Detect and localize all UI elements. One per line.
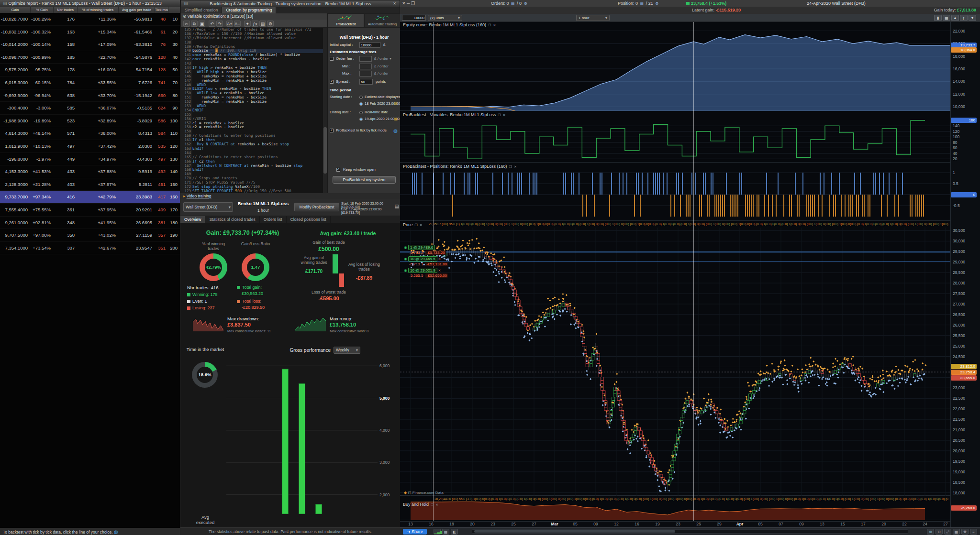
pane-detach-icon[interactable]: ❐: [509, 165, 512, 168]
tab-automatic-trading[interactable]: Automatic Trading: [364, 13, 401, 28]
optimize-report-row[interactable]: -10,032.1000-100.32%163+15.34%-61.546661…: [0, 26, 180, 39]
chart-options-dropdown[interactable]: ▾: [969, 15, 976, 21]
pane-detach-icon[interactable]: ❐: [498, 113, 501, 117]
price-badge[interactable]: 23,812.0: [951, 364, 977, 369]
print-icon[interactable]: ▤: [259, 21, 266, 27]
column-header[interactable]: [168, 7, 180, 13]
hint-icon[interactable]: ✦: [244, 21, 251, 27]
share-button[interactable]: ➔ Share: [403, 529, 427, 535]
calendar-icon[interactable]: ▦: [394, 101, 398, 106]
indicator-icon[interactable]: ƒ: [960, 15, 968, 21]
quantity-input[interactable]: [402, 15, 426, 21]
modify-probacktest-button[interactable]: Modify ProBacktest: [294, 203, 339, 211]
printer-icon[interactable]: ▤: [395, 204, 399, 209]
spread-input[interactable]: [359, 79, 373, 85]
variables-chart[interactable]: [400, 112, 950, 163]
realtime-date-radio[interactable]: [359, 111, 363, 114]
optimize-report-row[interactable]: 9,707.5000+97.08%358+43.02%27.1159357190: [0, 229, 180, 242]
optimize-report-row[interactable]: -6,015.3000-60.15%784+33.55%-7.672674170: [0, 76, 180, 89]
earliest-date-option[interactable]: Earliest date displayed: [365, 95, 401, 99]
tick-mode-checkbox[interactable]: ✓: [330, 129, 334, 132]
horizontal-scrollbar[interactable]: [472, 529, 908, 534]
pan-icon[interactable]: ✥: [961, 529, 969, 535]
editor-scrollbar[interactable]: [323, 28, 327, 194]
variable-optimization-bar[interactable]: ⊙ Variable optimization: a [10;200] [10]: [181, 13, 327, 20]
end-date-radio[interactable]: [359, 118, 363, 121]
price-badge[interactable]: 23,655.0: [951, 375, 977, 381]
optimize-report-row[interactable]: -10,014.2000-100.14%158+17.09%-63.381076…: [0, 38, 180, 51]
tab-overview[interactable]: Overview: [180, 216, 205, 223]
chart-area[interactable]: Equity curve: Renko 1M ML1 StpLoss (160)…: [400, 0, 980, 535]
optimize-report-row[interactable]: -9,693.9000-96.94%638+33.70%-15.19426608…: [0, 89, 180, 102]
close-position-icon[interactable]: ✕: [438, 269, 441, 272]
code-editor[interactable]: 1351361371381391401411421431441451461471…: [181, 28, 327, 194]
pane-close-icon[interactable]: ✕: [493, 23, 496, 27]
candlestick-style-icon[interactable]: ▮: [934, 15, 942, 21]
tab-probacktest[interactable]: ProBacktest: [328, 13, 364, 28]
optimize-report-row[interactable]: 2,128.3000+21.28%403+37.97%5.2811451150: [0, 178, 180, 191]
order-fee-input[interactable]: [359, 56, 372, 62]
copy-icon[interactable]: ⧉: [191, 21, 198, 27]
paste-icon[interactable]: ▣: [199, 21, 205, 27]
column-header[interactable]: % of winning trades: [78, 7, 119, 13]
minimize-icon[interactable]: ─: [407, 1, 410, 6]
position-list-icon[interactable]: ▦: [640, 0, 644, 7]
order-fee-unit[interactable]: £ / order ▾: [374, 56, 391, 61]
positions-value-badge[interactable]: 0: [951, 192, 977, 197]
max-fee-input[interactable]: [359, 71, 372, 76]
optimize-report-row[interactable]: 7,354.1000+73.54%307+42.67%23.9547351200: [0, 242, 180, 255]
video-training-link[interactable]: Video training: [187, 194, 212, 198]
orders-settings-icon[interactable]: ⚙: [524, 0, 527, 7]
positions-chart[interactable]: [400, 164, 950, 221]
tab-simplified-creation[interactable]: Simplified creation: [181, 7, 222, 13]
volume-icon[interactable]: ▁▃▅: [434, 529, 441, 535]
pane-close-icon[interactable]: ✕: [420, 223, 423, 227]
pane-close-icon[interactable]: ✕: [514, 165, 517, 168]
optimize-report-row[interactable]: 4,814.3000+48.14%571+38.00%8.4313584110: [0, 127, 180, 140]
optimize-report-row[interactable]: -9,575.2000-95.75%178+16.00%-54.71541285…: [0, 64, 180, 76]
optimize-report-row[interactable]: 7,555.4000+75.55%361+37.95%20.9291409170: [0, 204, 180, 217]
equity-value-badge[interactable]: 18,964.8: [951, 47, 977, 53]
line-style-icon[interactable]: ▲: [951, 15, 959, 21]
close-icon[interactable]: ✕: [393, 0, 396, 7]
column-header[interactable]: Tick mode: [155, 7, 168, 13]
optimize-report-row[interactable]: -10,098.7000-100.99%185+22.70%-54.587612…: [0, 51, 180, 64]
zoom-out-icon[interactable]: ⊖: [935, 529, 943, 535]
column-header[interactable]: Avg gain per trade: [119, 7, 155, 13]
split-view-icon[interactable]: ◧: [451, 529, 458, 535]
optimize-report-row[interactable]: 4,153.3000+41.53%433+37.88%9.5919492140: [0, 165, 180, 178]
gross-period-select[interactable]: ▾Weekly: [334, 347, 360, 354]
orders-list-icon[interactable]: ▦: [511, 0, 515, 7]
scrollbar-thumb[interactable]: [323, 127, 327, 174]
tab-statistics[interactable]: Statistics of closed trades: [205, 216, 259, 223]
close-icon[interactable]: ✕: [402, 1, 406, 6]
optimize-report-row[interactable]: 1,012.9000+10.13%497+37.42%2.0380535120: [0, 140, 180, 153]
pane-close-icon[interactable]: ✕: [503, 113, 506, 117]
close-position-icon[interactable]: ✕: [436, 246, 439, 249]
pane-close-icon[interactable]: ✕: [435, 503, 438, 506]
tab-closed-positions[interactable]: Closed positions list: [287, 216, 331, 223]
price-chart[interactable]: [400, 222, 950, 496]
optimize-report-row[interactable]: 9,733.7000+97.34%416+42.79%23.3983417160: [0, 191, 180, 204]
position-settings-icon[interactable]: ⚙: [655, 0, 658, 7]
spread-checkbox[interactable]: ✓: [330, 80, 334, 84]
order-fee-checkbox[interactable]: [330, 57, 334, 61]
zoom-in-icon[interactable]: ⊕: [927, 529, 934, 535]
column-header[interactable]: % Gain: [31, 7, 54, 13]
restore-icon[interactable]: ❐: [411, 1, 415, 6]
tab-orders-list[interactable]: Orders list: [260, 216, 287, 223]
more-options-icon[interactable]: ≡: [970, 529, 977, 535]
undo-icon[interactable]: ↶: [209, 21, 215, 27]
start-date-radio[interactable]: [359, 102, 363, 106]
open-position-badge[interactable]: ◉10 @ 29,469.5✕-5,713.1-£57,131.00: [404, 253, 448, 266]
probacktest-my-system-button[interactable]: ProBacktest my system: [333, 176, 396, 184]
close-position-icon[interactable]: ✕: [438, 257, 441, 261]
pane-detach-icon[interactable]: ❐: [488, 23, 491, 27]
tab-creation-by-programming[interactable]: Creation by programming: [222, 7, 276, 13]
optimize-report-row[interactable]: -10,028.7000-100.29%176+11.36%-56.981348…: [0, 13, 180, 26]
fit-screen-icon[interactable]: ⤢: [944, 529, 951, 535]
variables-value-badge[interactable]: 160: [951, 118, 977, 123]
units-select[interactable]: ▾(x) units: [428, 15, 462, 21]
grid-icon[interactable]: ▦: [442, 529, 449, 535]
column-header[interactable]: Nbr trades: [54, 7, 78, 13]
